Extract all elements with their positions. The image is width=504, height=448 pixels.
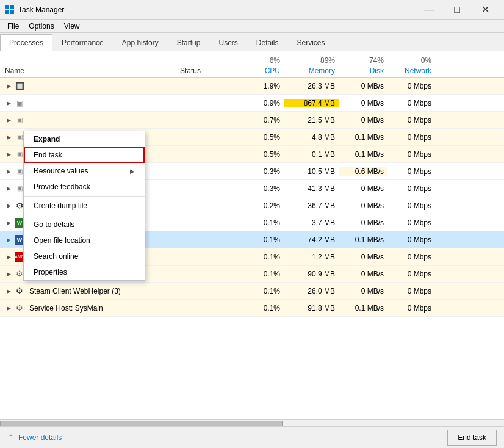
network-cell: 0 Mbps xyxy=(387,167,436,176)
network-cell: 0 Mbps xyxy=(387,99,436,107)
cpu-cell: 0.1% xyxy=(235,219,284,227)
table-row[interactable]: ▶ ⚙ Service Host: SysMain 0.1% 91.8 MB 0… xyxy=(0,300,504,317)
tab-app-history[interactable]: App history xyxy=(113,34,168,51)
disk-cell: 0 MB/s xyxy=(339,287,387,295)
col-header-memory[interactable]: Memory xyxy=(284,67,339,75)
app-icon xyxy=(5,5,15,15)
expand-icon: ▶ xyxy=(5,185,12,192)
ctx-search-online[interactable]: Search online xyxy=(24,248,145,264)
expand-icon: ▶ xyxy=(5,202,12,209)
tab-performance[interactable]: Performance xyxy=(52,34,113,51)
memory-cell: 90.9 MB xyxy=(284,270,339,278)
network-cell: 0 Mbps xyxy=(387,219,436,227)
col-header-status[interactable]: Status xyxy=(180,67,235,75)
svg-rect-0 xyxy=(5,5,9,9)
ctx-open-file-location[interactable]: Open file location xyxy=(24,233,145,248)
col-header-disk[interactable]: Disk xyxy=(339,67,387,75)
col-header-cpu[interactable]: CPU xyxy=(235,67,284,75)
ctx-separator-2 xyxy=(24,215,145,215)
table-row[interactable]: ▶ ▣ 0.7% 21.5 MB 0 MB/s 0 Mbps xyxy=(0,112,504,129)
svg-rect-2 xyxy=(5,10,9,14)
disk-cell: 0 MB/s xyxy=(339,99,387,107)
menu-bar: File Options View xyxy=(0,20,504,33)
expand-icon: ▶ xyxy=(5,99,12,107)
menu-options[interactable]: Options xyxy=(24,21,59,32)
tabs-bar: Processes Performance App history Startu… xyxy=(0,33,504,51)
steam-icon: ⚙ xyxy=(15,286,24,296)
end-task-button[interactable]: End task xyxy=(447,430,497,446)
cpu-cell: 0.9% xyxy=(235,99,284,107)
table-row[interactable]: ▶ 🔲 1.9% 26.3 MB 0 MB/s 0 Mbps xyxy=(0,78,504,95)
cpu-percent: 6% xyxy=(235,56,284,65)
fewer-details-button[interactable]: ⌃ Fewer details xyxy=(7,433,62,443)
col-header-name[interactable]: Name xyxy=(0,67,180,75)
table-row[interactable]: ▶ ▣ 0.9% 867.4 MB 0 MB/s 0 Mbps xyxy=(0,95,504,112)
memory-cell: 74.2 MB xyxy=(284,236,339,244)
svg-rect-1 xyxy=(10,5,14,9)
disk-cell: 0 MB/s xyxy=(339,184,387,193)
expand-icon: ▶ xyxy=(5,253,12,261)
expand-icon: ▶ xyxy=(5,134,12,141)
network-cell: 0 Mbps xyxy=(387,304,436,313)
svg-rect-3 xyxy=(10,10,14,14)
disk-cell: 0 MB/s xyxy=(339,253,387,261)
expand-icon: ▶ xyxy=(5,117,12,124)
expand-icon: ▶ xyxy=(5,151,12,158)
horizontal-scrollbar[interactable] xyxy=(0,419,504,426)
network-cell: 0 Mbps xyxy=(387,150,436,159)
ctx-end-task[interactable]: End task xyxy=(24,147,145,163)
tab-startup[interactable]: Startup xyxy=(168,34,210,51)
title-bar: Task Manager — □ ✕ xyxy=(0,0,504,20)
network-cell: 0 Mbps xyxy=(387,253,436,261)
ctx-provide-feedback[interactable]: Provide feedback xyxy=(24,179,145,195)
col-header-network[interactable]: Network xyxy=(387,67,436,75)
expand-icon: ▶ xyxy=(5,219,12,226)
ctx-expand[interactable]: Expand xyxy=(24,131,145,147)
memory-cell: 1.2 MB xyxy=(284,253,339,261)
tab-users[interactable]: Users xyxy=(209,34,247,51)
expand-icon: ▶ xyxy=(5,305,12,312)
menu-view[interactable]: View xyxy=(59,21,85,32)
submenu-arrow-icon: ▶ xyxy=(130,168,135,175)
maximize-button[interactable]: □ xyxy=(443,0,471,20)
scrollbar-thumb[interactable] xyxy=(0,421,283,427)
process-icon: ▣ xyxy=(15,98,24,108)
expand-icon: ▶ xyxy=(5,270,12,278)
close-button[interactable]: ✕ xyxy=(471,0,499,20)
process-icon: ▣ xyxy=(15,115,24,125)
minimize-button[interactable]: — xyxy=(415,0,443,20)
cpu-cell: 0.1% xyxy=(235,253,284,261)
tab-services[interactable]: Services xyxy=(288,34,334,51)
cpu-cell: 0.1% xyxy=(235,304,284,313)
main-content: 6% 89% 74% 0% Name Status CPU Memory Dis… xyxy=(0,51,504,426)
process-name: Service Host: SysMain xyxy=(29,304,103,313)
memory-percent: 89% xyxy=(284,56,339,65)
network-cell: 0 Mbps xyxy=(387,116,436,125)
network-cell: 0 Mbps xyxy=(387,270,436,278)
network-percent: 0% xyxy=(387,56,436,65)
network-cell: 0 Mbps xyxy=(387,133,436,142)
memory-cell: 91.8 MB xyxy=(284,304,339,313)
cpu-cell: 0.1% xyxy=(235,287,284,295)
disk-cell: 0 MB/s xyxy=(339,270,387,278)
cpu-cell: 0.5% xyxy=(235,133,284,142)
table-row[interactable]: ▶ ⚙ Steam Client WebHelper (3) 0.1% 26.0… xyxy=(0,283,504,300)
ctx-properties[interactable]: Properties xyxy=(24,264,145,280)
cpu-cell: 0.1% xyxy=(235,236,284,244)
tab-details[interactable]: Details xyxy=(247,34,288,51)
context-menu: Expand End task Resource values ▶ Provid… xyxy=(23,131,145,281)
ctx-go-to-details[interactable]: Go to details xyxy=(24,217,145,233)
disk-cell: 0 MB/s xyxy=(339,116,387,125)
ctx-create-dump[interactable]: Create dump file xyxy=(24,198,145,214)
memory-cell: 26.3 MB xyxy=(284,82,339,90)
cpu-cell: 0.3% xyxy=(235,184,284,193)
memory-cell: 867.4 MB xyxy=(284,99,339,107)
network-cell: 0 Mbps xyxy=(387,287,436,295)
ctx-resource-values[interactable]: Resource values ▶ xyxy=(24,163,145,179)
gear-icon: ⚙ xyxy=(15,303,24,313)
disk-cell: 0.6 MB/s xyxy=(339,167,387,176)
tab-processes[interactable]: Processes xyxy=(0,34,52,51)
menu-file[interactable]: File xyxy=(2,21,24,32)
network-cell: 0 Mbps xyxy=(387,184,436,193)
disk-cell: 0.1 MB/s xyxy=(339,236,387,244)
